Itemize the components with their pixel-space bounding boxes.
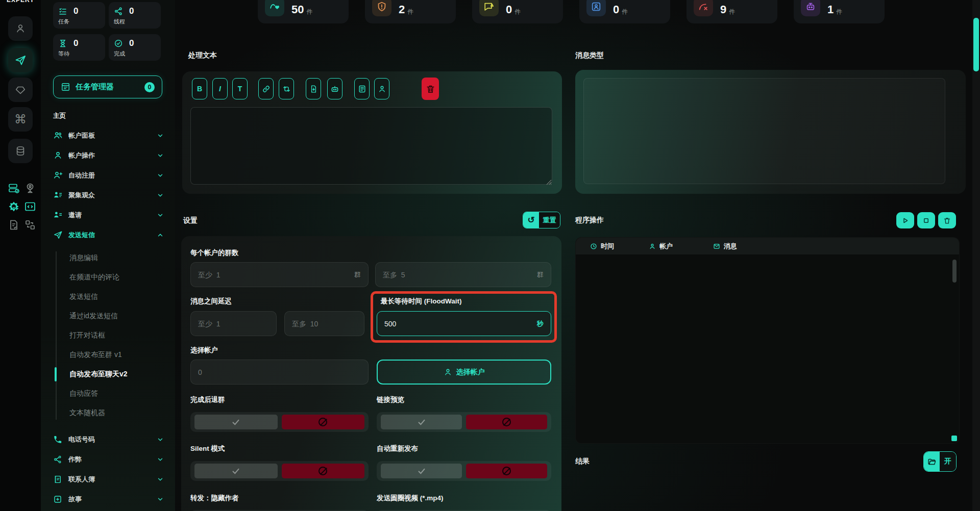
sidebar-item-auto-register[interactable]: 自动注册 [41,165,175,185]
page-scrollbar-thumb[interactable] [973,18,979,71]
reset-button[interactable]: ↺ 重置 [523,212,560,228]
table-scrollbar-thumb[interactable] [952,260,957,283]
toggle-yes-option[interactable] [194,415,278,429]
database-rail-button[interactable] [8,139,33,163]
task-manager-button[interactable]: 任务管理器 0 [53,75,162,98]
groups-min-field[interactable]: 群 [190,262,369,287]
repeat-icon [282,85,291,93]
delay-label: 消息之间延迟 [190,297,232,306]
document-check-icon[interactable] [7,218,20,232]
bold-label: B [197,85,202,93]
clock-icon [590,243,597,250]
task-manager-label: 任务管理器 [76,82,114,92]
account-count-input[interactable] [198,368,361,376]
check-circle-icon [114,39,123,48]
delay-min-input[interactable] [198,320,269,328]
file-attach-button[interactable] [306,78,321,99]
trash-icon [426,84,435,94]
sidebar-item-stories[interactable]: 故事 [41,489,175,509]
sidebar-item-account-ops[interactable]: 帐户操作 [41,145,175,165]
sidebar-item-label: 邀请 [68,211,82,220]
delay-max-field[interactable] [284,311,364,336]
template-button[interactable] [354,78,370,99]
groups-max-field[interactable]: 群 [375,262,551,287]
auto-repost-label: 自动重新发布 [377,444,418,453]
repost-button[interactable] [279,78,294,99]
groups-max-input[interactable] [383,271,533,279]
account-count-field[interactable] [190,360,369,385]
contacts-book-icon [53,474,63,484]
toggle-no-option[interactable] [282,464,365,478]
message-type-dropzone[interactable] [583,78,945,184]
stop-button[interactable] [917,212,935,228]
submenu-label: 自动应答 [69,389,98,398]
server-check-icon[interactable] [7,182,20,195]
clear-log-button[interactable] [938,212,956,228]
webcam-icon[interactable] [23,182,37,195]
text-button[interactable]: T [232,78,248,99]
swap-icon[interactable] [23,218,37,232]
sidebar-item-account-panel[interactable]: 帐户面板 [41,125,175,145]
submenu-item-text-randomizer[interactable]: 文本随机器 [41,403,175,423]
stat-label: 完成 [114,50,156,58]
paper-plane-icon [53,230,63,240]
submenu-item-auto-post-chat-v2[interactable]: 自动发布至聊天v2 [41,365,175,384]
code-window-icon[interactable] [23,200,37,213]
submenu-item-open-dialog[interactable]: 打开对话框 [41,326,175,345]
premium-rail-button[interactable] [8,78,33,102]
link-preview-label: 链接预览 [377,395,404,404]
submenu-item-send-sms[interactable]: 发送短信 [41,287,175,306]
toggle-yes-option[interactable] [381,415,462,429]
task-list-icon [58,7,67,16]
sidebar-item-gather-audience[interactable]: 聚集观众 [41,185,175,205]
profile-rail-button[interactable] [8,16,33,41]
link-button[interactable] [258,78,274,99]
floodwait-input[interactable] [384,320,533,328]
start-button[interactable] [896,212,914,228]
chevron-down-icon [157,476,164,483]
textarea-resize-grip[interactable] [546,180,552,185]
message-text-area[interactable] [190,107,552,185]
commands-rail-button[interactable]: ⌘ [8,107,33,132]
select-account-button[interactable]: 选择帐户 [377,360,551,385]
toggle-no-option[interactable] [466,415,547,429]
sidebar-item-cheat[interactable]: 作弊 [41,449,175,469]
toggle-yes-option[interactable] [381,464,462,478]
clear-text-button[interactable] [422,78,439,100]
message-type-panel [575,70,966,194]
submenu-item-channel-comments[interactable]: 在频道中的评论 [41,268,175,287]
bold-button[interactable]: B [192,78,207,99]
submenu-item-message-edit[interactable]: 消息编辑 [41,248,175,268]
sidebar-item-label: 聚集观众 [68,191,95,200]
floodwait-field[interactable]: 秒 [377,311,551,336]
delay-max-input[interactable] [292,320,357,328]
table-resize-grip[interactable] [951,436,957,441]
command-icon: ⌘ [14,113,27,125]
bot-button[interactable] [327,78,342,99]
submenu-item-send-by-id[interactable]: 通过id发送短信 [41,306,175,326]
submenu-item-auto-post-group-v1[interactable]: 自动发布至群 v1 [41,345,175,365]
sidebar-item-send-sms[interactable]: 发送短信 [41,225,175,245]
submenu-item-auto-reply[interactable]: 自动应答 [41,384,175,403]
hourglass-icon [58,39,67,48]
italic-button[interactable]: I [212,78,228,99]
text-label: T [238,85,242,93]
toggle-no-option[interactable] [282,415,365,429]
stat-value: 2 [399,4,405,15]
toggle-yes-option[interactable] [194,464,278,478]
trash-icon [943,217,951,224]
open-result-button[interactable]: 开 [923,451,957,472]
delay-min-field[interactable] [190,311,277,336]
sender-rail-button[interactable] [8,48,33,72]
gear-bot-icon[interactable] [7,200,20,213]
sidebar-item-invite[interactable]: 邀请 [41,205,175,225]
page-scrollbar[interactable] [972,0,980,511]
toggle-no-option[interactable] [466,464,547,478]
sidebar-item-phone-numbers[interactable]: 电话号码 [41,429,175,449]
groups-min-input[interactable] [198,271,350,279]
mention-button[interactable] [374,78,389,99]
users-icon [53,131,63,140]
sidebar-item-contacts[interactable]: 联系人簿 [41,469,175,489]
stop-icon [922,217,930,224]
mail-icon [713,243,720,250]
